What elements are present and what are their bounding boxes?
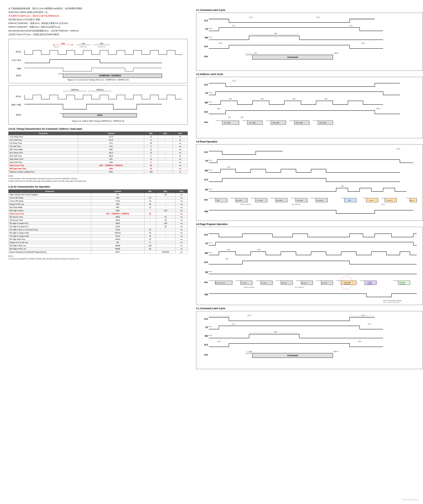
svg-text:HCLK: HCLK: [16, 95, 21, 98]
svg-text:tDS: tDS: [228, 116, 231, 118]
sec41b-title: 4.1 Command Latch Cycle: [196, 307, 423, 310]
table2-cell-10-2: -: [144, 225, 156, 228]
svg-text:ALE: ALE: [204, 179, 208, 181]
col-parameter2: Parameter: [9, 189, 91, 193]
table1-cell-10-0: WE High Hold Time: [9, 167, 78, 170]
addr-latch-svg: tCLS CLE CE WE tWC tWC tWC tWC ALE: [199, 79, 420, 136]
svg-text:tALH: tALH: [376, 108, 380, 109]
table2-cell-16-3: -: [156, 244, 176, 247]
text-line6: tWC/tRC的nWE/nRE信号的周期需要25ns，并且等于tWRPH0 + …: [8, 29, 188, 33]
table2-cell-15-1: tIR: [91, 241, 144, 244]
svg-text:tCLH: tCLH: [316, 17, 320, 18]
sec46-diagram: CLE tCLR CE WE tWC ALE RE tRC: [196, 144, 423, 221]
svg-text:30h: 30h: [348, 199, 351, 201]
table1-cell-6-0: ALE Hold Time: [9, 154, 78, 157]
svg-text:RE: RE: [205, 271, 208, 273]
svg-text:Dout N: Dout N: [369, 200, 374, 201]
table1-cell-6-3: -: [158, 154, 173, 157]
svg-text:I/Ox=1 Error in Program: I/Ox=1 Error in Program: [383, 302, 399, 303]
table1-cell-8-1: tDH: [78, 161, 144, 164]
svg-text:tWC: tWC: [257, 249, 261, 251]
table1-cell-1-0: CLE Hold Time: [9, 138, 78, 141]
svg-text:tALH: tALH: [361, 42, 365, 44]
table2-cell-15-2: 0: [144, 241, 156, 244]
table2-cell-9-3: 100: [156, 222, 176, 225]
svg-text:HCLK: HCLK: [16, 51, 21, 53]
svg-text:...: ...: [402, 199, 403, 201]
table1-cell-5-0: ALE Setup Time: [9, 151, 78, 154]
fig4-svg: TWRPH0 TWRPH1 HCLK nWE / nRE DATA DATA: [11, 87, 185, 119]
table2-cell-13-3: -: [156, 234, 176, 238]
table2-cell-18-4: μs: [176, 250, 188, 253]
svg-text:tALS: tALS: [219, 42, 223, 44]
svg-text:tWC: tWC: [324, 98, 328, 100]
table2-cell-3-3: -: [156, 203, 176, 206]
table2-cell-2-1: tCLR: [91, 199, 144, 203]
table2-cell-10-0: CE High to Output Hi-Z: [9, 225, 91, 228]
svg-text:CE: CE: [205, 242, 208, 245]
svg-text:Row Address: Row Address: [295, 286, 304, 288]
svg-text:Col. Add1: Col. Add1: [241, 282, 247, 283]
table2-cell-8-4: ns: [176, 218, 188, 222]
svg-text:WE: WE: [205, 252, 208, 254]
table1-cell-1-1: tCLH: [78, 138, 144, 141]
table2-cell-11-1: tCSD: [91, 228, 144, 231]
table2-cell-17-2: 60: [144, 247, 156, 250]
table1-cell-1-4: ns: [173, 138, 188, 141]
table2-cell-17-1: tWHR: [91, 247, 144, 250]
svg-text:I/Ox=0 Successful Program: I/Ox=0 Successful Program: [383, 300, 402, 301]
table2-cell-2-4: ns: [176, 199, 188, 203]
intro-line1: 从下面的数据表格来看，我们CLS/ALS都需要2clk的时间，但仔细看时序图其: [8, 7, 188, 10]
col-max: Max: [158, 132, 173, 135]
read-op-svg: CLE tCLR CE WE tWC ALE RE tRC: [199, 146, 420, 219]
svg-text:tWP: tWP: [274, 33, 277, 35]
table2-cell-15-4: ns: [176, 241, 188, 244]
fig3-svg: 2clk 1clk 2clk TACLS TWRPH0 TWRPH1 HCLK …: [11, 41, 185, 78]
table2-cell-18-1: tRST: [91, 250, 144, 253]
table2-cell-0-2: -: [144, 193, 156, 196]
table2-cell-13-0: CE High to Output Hold: [9, 234, 91, 238]
table2-cell-11-3: -: [156, 228, 176, 231]
svg-text:Row Add3: Row Add3: [317, 200, 323, 201]
svg-text:WE: WE: [205, 36, 208, 39]
table1-cell-9-0: Write Cycle Time: [9, 164, 78, 167]
table2-cell-15-0: Output Hi-Z to RE Low: [9, 241, 91, 244]
table2-cell-6-3: -: [156, 212, 176, 215]
svg-text:Dout M: Dout M: [409, 200, 414, 201]
table1-cell-3-3: -: [158, 145, 173, 148]
table1-cell-9-3: -: [158, 164, 173, 167]
table1-cell-7-4: ns: [173, 157, 188, 161]
svg-text:nWE / nRE: nWE / nRE: [11, 104, 21, 106]
svg-text:Column Address: Column Address: [240, 204, 251, 205]
table1-cell-5-1: tALS: [78, 151, 144, 154]
table2-cell-4-3: -: [156, 206, 176, 209]
table2-cell-18-3: 5/10/500: [156, 250, 176, 253]
svg-text:CE: CE: [205, 28, 208, 30]
svg-text:CE: CE: [205, 92, 208, 94]
svg-text:Row Add3: Row Add3: [319, 122, 326, 124]
sec46-title: 4.6 Read Operation: [196, 140, 423, 143]
svg-text:tWP: tWP: [274, 331, 277, 333]
table1-cell-2-4: ns: [173, 141, 188, 145]
fig3-caption: Figure 6-3. CLE & ALE Timing (TACLS=1, T…: [11, 79, 185, 81]
table2-cell-17-0: WE High to RE Low: [9, 247, 91, 250]
svg-text:Col. Add2: Col. Add2: [257, 200, 263, 201]
table2-notes: NOTE: 1) If reset command(FFh) is writte…: [8, 255, 188, 260]
sec41a-diagram: CLE tCLS tCLH CE tCS tCH WE tWP AL: [196, 13, 423, 71]
svg-text:ALE: ALE: [204, 261, 208, 264]
table2-cell-0-3: 40: [156, 193, 176, 196]
svg-text:tDS: tDS: [254, 52, 257, 54]
svg-text:tDH: tDH: [335, 52, 337, 54]
table1-cell-6-2: 5: [144, 154, 158, 157]
table1-cell-10-3: -: [158, 167, 173, 170]
svg-text:WE: WE: [205, 169, 208, 172]
table1-cell-10-1: tWH: [78, 167, 144, 170]
table1-cell-8-3: -: [158, 161, 173, 164]
svg-text:Serial Input: Serial Input: [344, 283, 350, 285]
table1-cell-1-2: 5: [144, 138, 158, 141]
table2-cell-4-0: RE Pulse Width: [9, 206, 91, 209]
svg-text:Busy: Busy: [382, 204, 385, 205]
table1-cell-4-3: -: [158, 148, 173, 151]
cmd-latch-svg: CLE tCLS tCLH CE tCS tCH WE tWP AL: [199, 15, 420, 69]
svg-text:Read Status: Read Status: [399, 282, 406, 283]
